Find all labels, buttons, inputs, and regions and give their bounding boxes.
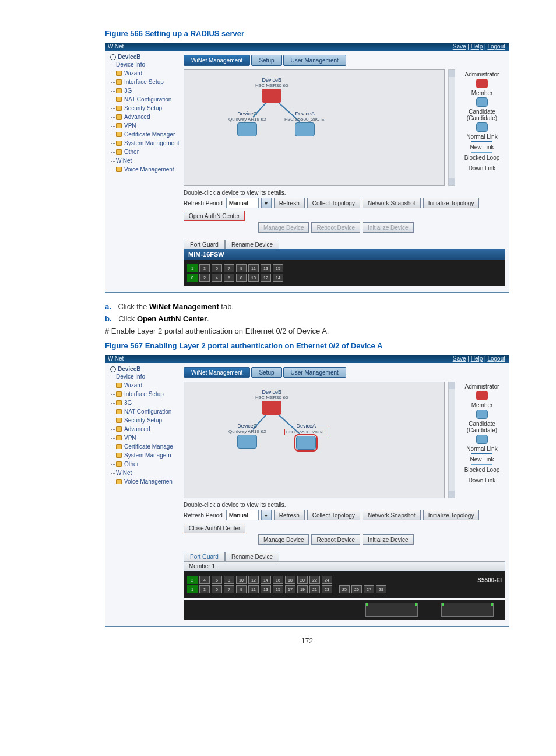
port[interactable]: 13 <box>261 585 271 593</box>
nav-winet[interactable]: WiNet <box>108 468 181 477</box>
logout-link[interactable]: Logout <box>487 43 505 50</box>
port[interactable]: 22 <box>309 576 320 584</box>
refresh-period-input[interactable] <box>226 510 259 520</box>
nav-nat[interactable]: NAT Configuration <box>108 95 181 104</box>
port[interactable]: 9 <box>236 585 247 593</box>
port[interactable]: 8 <box>236 274 247 282</box>
nav-system[interactable]: System Managem <box>108 451 181 460</box>
nav-root[interactable]: DeviceB <box>108 366 181 372</box>
topo-device-c[interactable]: DeviceCQuidway AR19-62 <box>228 423 266 449</box>
port[interactable]: 15 <box>273 585 283 593</box>
help-link[interactable]: Help <box>471 355 483 362</box>
port[interactable]: 2 <box>199 274 210 282</box>
port-guard-tab[interactable]: Port Guard <box>184 240 225 249</box>
refresh-button[interactable]: Refresh <box>274 510 305 520</box>
port[interactable]: 23 <box>322 585 332 593</box>
network-snapshot-button[interactable]: Network Snapshot <box>363 510 421 520</box>
port[interactable]: 26 <box>351 585 362 593</box>
port[interactable]: 1 <box>187 264 198 272</box>
nav-device-info[interactable]: Device Info <box>108 372 181 381</box>
port[interactable]: 12 <box>248 576 259 584</box>
port[interactable]: 5 <box>212 585 222 593</box>
member-tab[interactable]: Member 1 <box>184 561 505 571</box>
port[interactable]: 27 <box>364 585 374 593</box>
port[interactable]: 9 <box>236 264 247 272</box>
port[interactable]: 7 <box>224 264 234 272</box>
dropdown-icon[interactable]: ▾ <box>261 510 272 520</box>
port[interactable]: 18 <box>285 576 295 584</box>
nav-winet[interactable]: WiNet <box>108 156 181 165</box>
topology-canvas[interactable]: DeviceBH3C MSR30-60 DeviceCQuidway AR19-… <box>184 69 445 186</box>
port-guard-tab[interactable]: Port Guard <box>184 552 225 561</box>
nav-system[interactable]: System Management <box>108 139 181 148</box>
port[interactable]: 11 <box>248 264 259 272</box>
save-link[interactable]: Save <box>453 355 466 362</box>
sfp-slot[interactable] <box>441 603 494 617</box>
port[interactable]: 15 <box>273 264 283 272</box>
port[interactable]: 0 <box>187 274 198 282</box>
help-link[interactable]: Help <box>471 43 483 50</box>
initialize-device-button[interactable]: Initialize Device <box>363 534 413 545</box>
nav-interface-setup[interactable]: Interface Setup <box>108 78 181 86</box>
nav-vpn[interactable]: VPN <box>108 121 181 130</box>
dropdown-icon[interactable]: ▾ <box>261 198 272 208</box>
nav-advanced[interactable]: Advanced <box>108 113 181 121</box>
port[interactable]: 4 <box>212 274 222 282</box>
nav-vpn[interactable]: VPN <box>108 433 181 442</box>
nav-device-info[interactable]: Device Info <box>108 60 181 69</box>
port[interactable]: 4 <box>199 576 210 584</box>
port[interactable]: 14 <box>261 576 271 584</box>
tab-user-management[interactable]: User Management <box>283 367 346 378</box>
network-snapshot-button[interactable]: Network Snapshot <box>363 198 421 208</box>
topo-device-b[interactable]: DeviceBH3C MSR30-60 <box>255 77 288 103</box>
nav-3g[interactable]: 3G <box>108 398 181 407</box>
nav-voice[interactable]: Voice Management <box>108 165 181 174</box>
nav-nat[interactable]: NAT Configuration <box>108 407 181 416</box>
nav-advanced[interactable]: Advanced <box>108 425 181 433</box>
scroll-up-icon[interactable] <box>449 70 455 77</box>
collect-topology-button[interactable]: Collect Topology <box>307 198 360 208</box>
port[interactable]: 8 <box>224 576 234 584</box>
nav-cert[interactable]: Certificate Manage <box>108 442 181 451</box>
scrollbar[interactable] <box>448 69 455 186</box>
nav-root[interactable]: DeviceB <box>108 54 181 60</box>
reboot-device-button[interactable]: Reboot Device <box>311 534 360 545</box>
collect-topology-button[interactable]: Collect Topology <box>307 510 360 520</box>
topo-device-b[interactable]: DeviceBH3C MSR30-60 <box>255 389 288 415</box>
nav-other[interactable]: Other <box>108 148 181 156</box>
port[interactable]: 10 <box>248 274 259 282</box>
port[interactable]: 28 <box>376 585 386 593</box>
port[interactable]: 1 <box>187 585 198 593</box>
tab-setup[interactable]: Setup <box>251 367 281 378</box>
scroll-up-icon[interactable] <box>449 382 455 389</box>
port[interactable]: 7 <box>224 585 234 593</box>
save-link[interactable]: Save <box>453 43 466 50</box>
port[interactable]: 20 <box>297 576 308 584</box>
nav-security[interactable]: Security Setup <box>108 104 181 113</box>
nav-cert[interactable]: Certificate Manager <box>108 130 181 139</box>
port[interactable]: 17 <box>285 585 295 593</box>
port[interactable]: 5 <box>212 264 222 272</box>
port[interactable]: 12 <box>261 274 271 282</box>
scroll-down-icon[interactable] <box>449 491 455 498</box>
port[interactable]: 10 <box>236 576 247 584</box>
nav-security[interactable]: Security Setup <box>108 416 181 425</box>
topo-device-a[interactable]: DeviceAH3C S5500_28C-EI <box>284 111 326 136</box>
port[interactable]: 25 <box>339 585 350 593</box>
nav-wizard[interactable]: Wizard <box>108 381 181 390</box>
nav-other[interactable]: Other <box>108 460 181 468</box>
sfp-slot[interactable] <box>365 603 418 617</box>
scroll-down-icon[interactable] <box>449 178 455 186</box>
port[interactable]: 21 <box>309 585 320 593</box>
port[interactable]: 2 <box>187 576 198 584</box>
tab-winet-management[interactable]: WiNet Management <box>184 367 250 378</box>
logout-link[interactable]: Logout <box>487 355 505 362</box>
port[interactable]: 14 <box>273 274 283 282</box>
rename-device-tab[interactable]: Rename Device <box>225 552 279 561</box>
tab-setup[interactable]: Setup <box>251 55 281 66</box>
port[interactable]: 24 <box>322 576 332 584</box>
topo-device-a[interactable]: DeviceAH3C S5500_28C-EI <box>284 423 328 450</box>
tab-user-management[interactable]: User Management <box>283 55 346 66</box>
refresh-period-input[interactable] <box>226 198 259 208</box>
initialize-topology-button[interactable]: Initialize Topology <box>423 510 480 520</box>
